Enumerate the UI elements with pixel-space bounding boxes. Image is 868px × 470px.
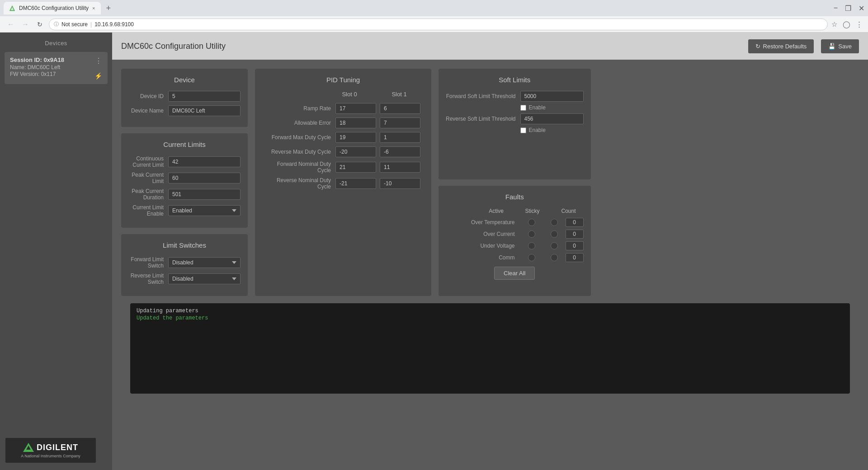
forward-enable-checkbox[interactable] [520, 105, 526, 111]
logo-triangle-icon [23, 443, 34, 452]
peak-duration-row: Peak Current Duration [128, 188, 241, 201]
peak-current-row: Peak Current Limit [128, 172, 241, 184]
menu-icon[interactable]: ⋮ [856, 20, 863, 28]
restore-defaults-button[interactable]: ↻ Restore Defaults [748, 39, 814, 53]
allowable-error-slot1[interactable] [380, 118, 420, 128]
fault-comm-active [528, 254, 535, 261]
reverse-nominal-slot1[interactable] [380, 178, 420, 189]
fault-under-voltage-sticky [551, 242, 558, 249]
device-id-label: Device ID [128, 93, 168, 99]
device-fw: FW Version: 0x117 [10, 71, 94, 77]
pid-tuning-panel: PID Tuning Slot 0 Slot 1 Ramp Rate [255, 69, 431, 296]
forward-btn[interactable]: → [20, 20, 31, 28]
forward-max-slot1[interactable] [380, 132, 420, 143]
device-card[interactable]: Session ID: 0x9A18 Name: DMC60C Left FW … [5, 52, 108, 84]
reverse-enable-label: Enable [529, 127, 546, 133]
current-enable-select[interactable]: Enabled Disabled [168, 205, 241, 216]
peak-duration-input[interactable] [168, 189, 241, 200]
continuous-current-input[interactable] [168, 156, 241, 167]
limit-switches-panel: Limit Switches Forward Limit Switch Disa… [121, 234, 248, 296]
device-menu-btn[interactable]: ⋮ [95, 56, 102, 65]
slot0-header: Slot 0 [325, 91, 374, 98]
peak-current-input[interactable] [168, 173, 241, 183]
console-line-2: Updated the parameters [137, 315, 844, 321]
forward-enable-container: Enable [520, 104, 584, 111]
back-btn[interactable]: ← [5, 20, 16, 28]
ramp-rate-label: Ramp Rate [262, 105, 335, 112]
ramp-rate-slot0[interactable] [335, 103, 376, 114]
device-power-icon: ⚡ [94, 72, 102, 80]
forward-nominal-slot0[interactable] [335, 162, 376, 173]
logo-text: DIGILENT [37, 443, 78, 452]
device-id-input[interactable] [168, 91, 241, 102]
device-id-row: Device ID [128, 91, 241, 102]
fault-over-current-active [528, 230, 535, 238]
count-col-label: Count [557, 208, 580, 214]
allowable-error-label: Allowable Error [262, 120, 335, 126]
left-panels: Device Device ID Device Name Current Lim… [121, 69, 248, 296]
clear-all-button[interactable]: Clear All [494, 267, 535, 280]
reverse-max-slot1[interactable] [380, 146, 420, 157]
fault-comm-label: Comm [446, 254, 520, 261]
fault-under-voltage-count: 0 [566, 241, 584, 250]
digilent-logo: DIGILENT A National Instruments Company [5, 438, 96, 463]
fault-over-current-row: Over Current 0 [446, 230, 584, 239]
fault-over-current-sticky [551, 230, 558, 238]
forward-enable-label: Enable [529, 104, 546, 111]
fault-comm-row: Comm 0 [446, 253, 584, 262]
allowable-error-slot0[interactable] [335, 118, 376, 128]
new-tab-btn[interactable]: + [103, 4, 115, 13]
address-bar[interactable]: ⓘ Not secure | 10.16.9.68:9100 [49, 19, 828, 30]
panels-row: Device Device ID Device Name Current Lim… [121, 69, 859, 296]
forward-nominal-label: Forward Nominal Duty Cycle [262, 161, 335, 174]
address-text: 10.16.9.68:9100 [94, 21, 134, 28]
restore-icon: ↻ [755, 43, 760, 50]
faults-header: Active Sticky Count [446, 208, 584, 214]
continuous-current-label: Continuous Current Limit [128, 155, 168, 168]
fault-comm-sticky [551, 254, 558, 261]
device-name-input[interactable] [168, 105, 241, 116]
account-icon[interactable]: ◯ [843, 20, 850, 28]
fault-under-voltage-row: Under Voltage 0 [446, 241, 584, 250]
active-col-label: Active [485, 208, 508, 214]
current-limits-panel: Current Limits Continuous Current Limit … [121, 133, 248, 228]
fault-over-temp-sticky [551, 219, 558, 226]
forward-max-slot0[interactable] [335, 132, 376, 143]
minimize-btn[interactable]: − [834, 4, 838, 13]
restore-btn[interactable]: ❐ [845, 4, 851, 13]
device-session: Session ID: 0x9A18 [10, 56, 94, 63]
reverse-limit-label: Reverse Limit Switch [128, 273, 168, 285]
console-area: Updating parameters Updated the paramete… [130, 303, 850, 394]
reverse-threshold-row: Reverse Soft Limit Threshold [446, 113, 584, 124]
tab-title: DMC60c Configuration Utility [19, 5, 89, 11]
device-actions: ⋮ ⚡ [94, 56, 102, 80]
reload-btn[interactable]: ↻ [34, 21, 45, 28]
forward-limit-select[interactable]: Disabled Enabled [168, 257, 241, 268]
window-controls: − ❐ ✕ [834, 4, 864, 13]
tab-close-btn[interactable]: × [92, 5, 95, 11]
allowable-error-row: Allowable Error [262, 118, 424, 128]
device-name-row: Device Name [128, 105, 241, 116]
content-area: Device Device ID Device Name Current Lim… [112, 60, 868, 470]
current-limits-title: Current Limits [128, 141, 241, 148]
forward-threshold-input[interactable] [520, 91, 584, 102]
sidebar-title: Devices [0, 38, 112, 52]
reverse-nominal-slot0[interactable] [335, 178, 376, 189]
reverse-threshold-input[interactable] [520, 113, 584, 124]
forward-limit-row: Forward Limit Switch Disabled Enabled [128, 256, 241, 269]
device-panel: Device Device ID Device Name [121, 69, 248, 127]
close-btn[interactable]: ✕ [859, 4, 864, 13]
reverse-nominal-label: Reverse Nominal Duty Cycle [262, 177, 335, 190]
save-button[interactable]: 💾 Save [821, 39, 859, 53]
reverse-max-slot0[interactable] [335, 146, 376, 157]
reverse-limit-select[interactable]: Disabled Enabled [168, 273, 241, 284]
ramp-rate-slot1[interactable] [380, 103, 420, 114]
fault-over-current-count: 0 [566, 230, 584, 239]
right-panels: Soft Limits Forward Soft Limit Threshold… [439, 69, 591, 296]
browser-tab[interactable]: DMC60c Configuration Utility × [4, 2, 101, 14]
browser-toolbar: ← → ↻ ⓘ Not secure | 10.16.9.68:9100 ☆ ◯… [0, 16, 868, 33]
sticky-col-label: Sticky [521, 208, 544, 214]
forward-nominal-slot1[interactable] [380, 162, 420, 173]
bookmark-icon[interactable]: ☆ [831, 20, 837, 28]
reverse-enable-checkbox[interactable] [520, 127, 526, 133]
